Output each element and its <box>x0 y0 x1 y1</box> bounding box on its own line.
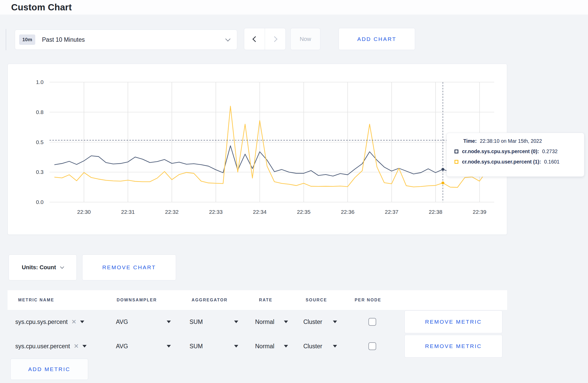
clear-metric-icon[interactable]: ✕ <box>71 319 76 325</box>
caret-down-icon <box>234 345 238 347</box>
svg-text:22:39: 22:39 <box>473 209 486 215</box>
tooltip-series-row: cr.node.sys.cpu.sys.percent (0): 0.2732 <box>454 148 578 154</box>
svg-text:22:38: 22:38 <box>429 209 443 215</box>
per-node-checkbox[interactable] <box>368 342 376 350</box>
top-strip <box>0 0 588 15</box>
time-range-arrows <box>244 28 286 50</box>
caret-down-icon <box>333 345 337 347</box>
source-select[interactable]: Cluster <box>303 334 337 358</box>
col-header-rate: RATE <box>259 290 272 310</box>
aggregator-select[interactable]: SUM <box>190 310 238 334</box>
chart-panel: 0.00.30.50.81.022:3022:3122:3222:3322:34… <box>8 64 507 235</box>
table-row: sys.cpu.user.percent ✕ AVG SUM Normal Cl… <box>8 334 507 358</box>
svg-text:1.0: 1.0 <box>36 79 44 85</box>
caret-down-icon <box>333 321 337 323</box>
svg-text:22:33: 22:33 <box>209 209 223 215</box>
chevron-right-icon <box>271 36 277 42</box>
metrics-table-header: METRIC NAME DOWNSAMPLER AGGREGATOR RATE … <box>8 290 507 310</box>
caret-down-icon <box>82 345 87 347</box>
chevron-down-icon <box>60 265 64 269</box>
clear-metric-icon[interactable]: ✕ <box>74 343 79 349</box>
col-header-per-node: PER NODE <box>355 290 381 310</box>
time-range-badge: 10m <box>19 34 35 45</box>
downsampler-select[interactable]: AVG <box>116 334 171 358</box>
svg-text:22:35: 22:35 <box>297 209 311 215</box>
downsampler-select[interactable]: AVG <box>116 310 171 334</box>
svg-text:22:32: 22:32 <box>165 209 179 215</box>
toolbar-divider <box>6 29 6 50</box>
units-select[interactable]: Units: Count <box>9 254 77 280</box>
next-range-button[interactable] <box>265 28 285 50</box>
add-chart-button[interactable]: ADD CHART <box>339 28 415 50</box>
remove-metric-button[interactable]: REMOVE METRIC <box>404 335 502 358</box>
col-header-metric-name: METRIC NAME <box>18 290 54 310</box>
tooltip-series-row: cr.node.sys.cpu.user.percent (1): 0.1601 <box>454 159 578 165</box>
time-range-select[interactable]: 10m Past 10 Minutes <box>15 30 237 50</box>
tooltip-time: Time:22:38:10 on Mar 15th, 2022 <box>463 138 578 144</box>
svg-text:0.3: 0.3 <box>36 169 44 175</box>
page-title: Custom Chart <box>11 2 72 12</box>
remove-chart-button[interactable]: REMOVE CHART <box>82 254 176 280</box>
chart-tooltip: Time:22:38:10 on Mar 15th, 2022 cr.node.… <box>446 133 584 177</box>
svg-text:0.5: 0.5 <box>36 139 44 145</box>
col-header-source: SOURCE <box>306 290 327 310</box>
caret-down-icon <box>80 321 84 323</box>
remove-metric-button[interactable]: REMOVE METRIC <box>404 310 502 333</box>
series-swatch-user <box>454 160 458 164</box>
custom-chart-page: { "page_title": "Custom Chart", "toolbar… <box>0 0 588 383</box>
metric-name-select[interactable]: sys.cpu.sys.percent ✕ <box>15 310 84 334</box>
svg-text:22:37: 22:37 <box>385 209 398 215</box>
svg-text:0.8: 0.8 <box>36 109 44 115</box>
per-node-checkbox[interactable] <box>368 318 376 326</box>
svg-text:22:34: 22:34 <box>253 209 267 215</box>
caret-down-icon <box>234 321 238 323</box>
time-range-label: Past 10 Minutes <box>42 36 226 43</box>
add-metric-button[interactable]: ADD METRIC <box>10 359 88 380</box>
aggregator-select[interactable]: SUM <box>190 334 238 358</box>
metric-name-select[interactable]: sys.cpu.user.percent ✕ <box>15 334 87 358</box>
rate-select[interactable]: Normal <box>255 334 288 358</box>
caret-down-icon <box>167 345 171 347</box>
caret-down-icon <box>284 321 288 323</box>
svg-text:22:30: 22:30 <box>77 209 91 215</box>
col-header-aggregator: AGGREGATOR <box>192 290 228 310</box>
rate-select[interactable]: Normal <box>255 310 288 334</box>
svg-text:0.0: 0.0 <box>36 199 44 205</box>
table-row: sys.cpu.sys.percent ✕ AVG SUM Normal Clu… <box>8 310 507 334</box>
chevron-left-icon <box>252 36 258 42</box>
prev-range-button[interactable] <box>244 28 265 50</box>
caret-down-icon <box>167 321 171 323</box>
now-button[interactable]: Now <box>290 28 320 50</box>
chevron-down-icon <box>225 36 230 41</box>
source-select[interactable]: Cluster <box>303 310 337 334</box>
caret-down-icon <box>284 345 288 347</box>
series-swatch-sys <box>454 150 458 153</box>
svg-text:22:31: 22:31 <box>121 209 135 215</box>
chart-svg[interactable]: 0.00.30.50.81.022:3022:3122:3222:3322:34… <box>8 64 507 235</box>
svg-text:22:36: 22:36 <box>341 209 355 215</box>
col-header-downsampler: DOWNSAMPLER <box>117 290 157 310</box>
